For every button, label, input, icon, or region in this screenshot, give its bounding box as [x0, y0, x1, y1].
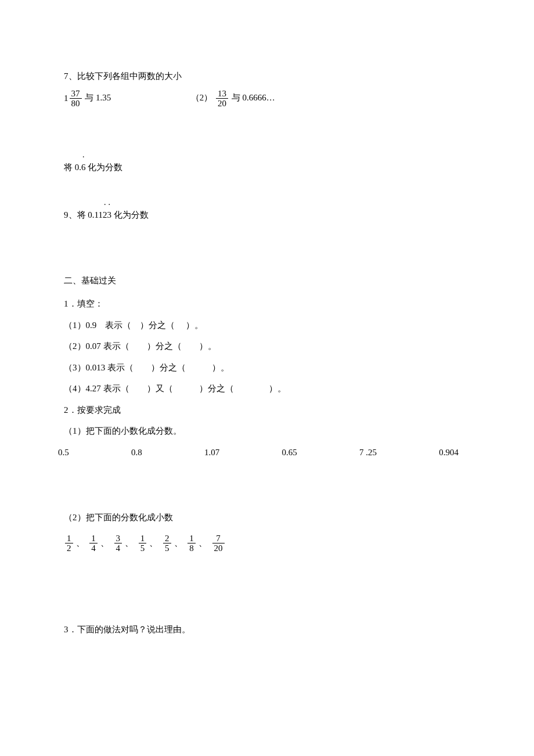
fraction-item: 720 [212, 534, 225, 553]
q7-part2-label: （2） [191, 93, 213, 102]
decimal-value: 1.07 [204, 446, 219, 459]
q7-part2-fraction: 1320 [216, 89, 228, 109]
decimal-value: 0.5 [58, 446, 69, 459]
decimal-value: 7 .25 [359, 446, 377, 459]
s2-q1-heading: 1．填空： [64, 297, 470, 311]
q7-part1-with: 与 1.35 [85, 93, 111, 102]
s2-q2-sub2: （2）把下面的分数化成小数 [64, 511, 470, 524]
s2-q2-sub1: （1）把下面的小数化成分数。 [64, 424, 470, 438]
s2-q2-heading: 2．按要求完成 [64, 404, 470, 417]
decimal-value: 0.8 [131, 446, 142, 459]
fill-blank-4: （4）4.27 表示（ ）又（ ）分之（ ）。 [64, 382, 470, 395]
q9-rep-d1: 2 [103, 208, 107, 222]
q7-title: 7、比较下列各组中两数的大小 [64, 70, 470, 83]
q8-repeating-digit: 6 [81, 161, 86, 174]
decimal-value: 0.65 [282, 446, 297, 459]
fraction-item: 15 [139, 534, 147, 553]
fill-blank-1: （1）0.9 表示（ ）分之（ ）。 [64, 319, 470, 332]
q7-part1-whole: 1 [64, 92, 68, 105]
fraction-item: 12 [65, 534, 73, 553]
fill-blank-3: （3）0.013 表示（ ）分之（ ）。 [64, 361, 470, 375]
q8-line: 将 0.6 化为分数 [64, 161, 470, 174]
q7-body: 13780 与 1.35 （2） 1320 与 0.6666… [64, 89, 470, 109]
fraction-item: 25 [163, 534, 171, 553]
q7-part2-with: 与 0.6666… [232, 93, 275, 102]
worksheet-page: 7、比较下列各组中两数的大小 13780 与 1.35 （2） 1320 与 0… [0, 0, 534, 671]
fractions-row: 12、 14、 34、 15、 25、 18、 720 [64, 534, 470, 553]
fraction-item: 14 [89, 534, 98, 553]
q9-rep-d2: 3 [107, 208, 111, 222]
decimals-row: 0.5 0.8 1.07 0.65 7 .25 0.904 [58, 446, 470, 459]
fraction-item: 34 [114, 534, 122, 553]
q7-part1-fraction: 3780 [70, 89, 82, 109]
s2-q3-heading: 3．下面的做法对吗？说出理由。 [64, 623, 470, 636]
section2-heading: 二、基础过关 [64, 274, 470, 287]
fraction-item: 18 [187, 534, 196, 553]
fill-blank-2: （2）0.07 表示（ ）分之（ ）。 [64, 340, 470, 353]
decimal-value: 0.904 [439, 446, 459, 459]
q9-line: 9、将 0.1123 化为分数 [64, 208, 470, 222]
